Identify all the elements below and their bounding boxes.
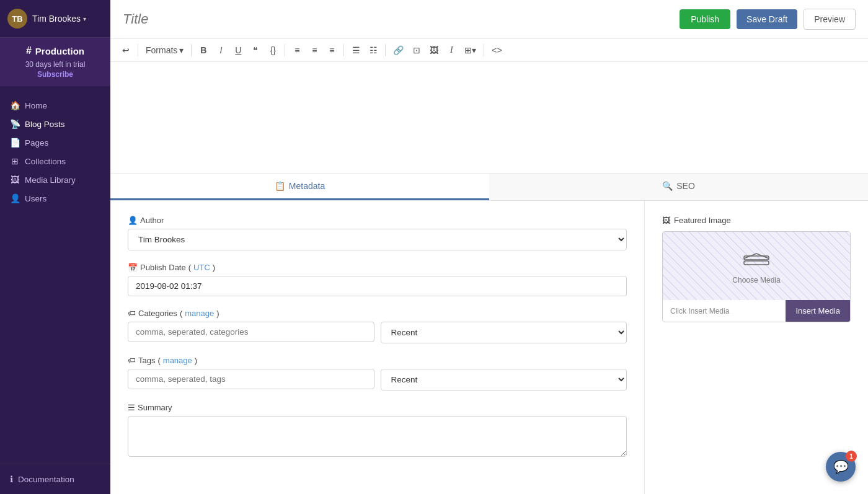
main-content: Publish Save Draft Preview ↩ Formats ▾ B… [110, 0, 868, 494]
summary-label: ☰ Summary [128, 403, 627, 412]
summary-icon: ☰ [128, 403, 135, 412]
sidebar-item-users[interactable]: 👤 Users [0, 189, 110, 208]
featured-image-icon: 🖼 [662, 216, 670, 225]
sidebar-item-label: Users [25, 194, 46, 203]
featured-image-panel: 🖼 Featured Image Choose Media [645, 201, 868, 494]
sidebar-item-collections[interactable]: ⊞ Collections [0, 152, 110, 170]
user-header[interactable]: TB Tim Brookes ▾ [0, 0, 110, 38]
author-label: 👤 Author [128, 216, 627, 225]
docs-section: ℹ Documentation [0, 464, 110, 494]
users-icon: 👤 [10, 193, 20, 203]
link-button[interactable]: 🔗 [389, 43, 407, 58]
page-icon: 📄 [10, 138, 20, 148]
align-left-button[interactable]: ≡ [289, 43, 305, 58]
user-dropdown-caret: ▾ [83, 15, 86, 22]
align-right-button[interactable]: ≡ [324, 43, 340, 58]
code-button[interactable]: {} [265, 43, 281, 58]
bold-button[interactable]: B [195, 43, 211, 58]
chat-icon: 💬 [833, 459, 849, 474]
metadata-icon: 📋 [275, 181, 285, 191]
documentation-link[interactable]: ℹ Documentation [10, 472, 100, 487]
preview-button[interactable]: Preview [804, 9, 856, 30]
tags-input[interactable] [128, 369, 374, 389]
choose-media-text: Choose Media [732, 276, 780, 284]
summary-input[interactable] [128, 416, 627, 457]
svg-rect-1 [744, 261, 769, 265]
blockquote-button[interactable]: ❝ [247, 43, 264, 58]
sidebar-item-label: Media Library [25, 175, 76, 185]
summary-field-group: ☰ Summary [128, 403, 627, 459]
sidebar-item-pages[interactable]: 📄 Pages [0, 133, 110, 152]
sidebar-item-home[interactable]: 🏠 Home [0, 96, 110, 115]
separator-4 [343, 44, 344, 56]
bullet-list-button[interactable]: ☰ [348, 43, 364, 58]
undo-button[interactable]: ↩ [118, 43, 134, 58]
formats-dropdown[interactable]: Formats ▾ [142, 43, 187, 58]
subscribe-link[interactable]: Subscribe [7, 70, 103, 79]
italic-button[interactable]: I [213, 43, 229, 58]
trial-text: 30 days left in trial [7, 60, 103, 69]
italic2-button[interactable]: I [443, 43, 459, 58]
tag2-icon: 🏷 [128, 356, 136, 365]
publish-button[interactable]: Publish [680, 9, 730, 29]
click-insert-text: Click Insert Media [663, 302, 786, 320]
categories-manage-link[interactable]: manage [185, 309, 214, 318]
separator-1 [138, 44, 138, 56]
nav-section: 🏠 Home 📡 Blog Posts 📄 Pages ⊞ Collection… [0, 86, 110, 464]
meta-content: 👤 Author Tim Brookes 📅 Publish Date (UTC… [110, 201, 868, 494]
table-dropdown-button[interactable]: ⊞▾ [461, 43, 480, 58]
categories-input[interactable] [128, 322, 374, 342]
media-icon: 🖼 [10, 175, 20, 185]
tags-row: Recent [128, 369, 627, 390]
editor-toolbar: ↩ Formats ▾ B I U ❝ {} ≡ ≡ ≡ ☰ ☷ 🔗 ⊡ 🖼 I… [110, 39, 868, 62]
insert-media-button[interactable]: Insert Media [786, 300, 850, 322]
tags-field-group: 🏷 Tags (manage) Recent [128, 356, 627, 390]
bottom-panel: 📋 Metadata 🔍 SEO 👤 Author Tim Broo [110, 174, 868, 494]
hash-icon: # [26, 45, 32, 56]
calendar-icon: 📅 [128, 263, 138, 272]
tags-label: 🏷 Tags (manage) [128, 356, 627, 365]
save-draft-button[interactable]: Save Draft [737, 9, 797, 29]
tags-manage-link[interactable]: manage [163, 356, 192, 365]
sidebar-item-blog-posts[interactable]: 📡 Blog Posts [0, 115, 110, 133]
home-icon: 🏠 [10, 100, 20, 110]
embed-button[interactable]: ⊡ [409, 43, 425, 58]
image-button[interactable]: 🖼 [426, 43, 442, 58]
title-bar: Publish Save Draft Preview [110, 0, 868, 39]
sidebar-item-media-library[interactable]: 🖼 Media Library [0, 170, 110, 189]
underline-button[interactable]: U [230, 43, 246, 58]
rss-icon: 📡 [10, 119, 20, 129]
image-footer: Click Insert Media Insert Media [663, 300, 850, 322]
docs-label: Documentation [18, 475, 74, 484]
formats-caret: ▾ [179, 45, 184, 55]
separator-5 [385, 44, 386, 56]
workspace-name: # Production [7, 45, 103, 56]
author-select[interactable]: Tim Brookes [128, 229, 627, 250]
avatar: TB [7, 9, 27, 29]
html-button[interactable]: <> [488, 43, 505, 58]
workspace-banner: # Production 30 days left in trial Subsc… [0, 38, 110, 86]
separator-2 [191, 44, 192, 56]
separator-3 [285, 44, 285, 56]
info-icon: ℹ [10, 474, 13, 484]
align-center-button[interactable]: ≡ [306, 43, 322, 58]
publish-date-input[interactable] [128, 276, 627, 296]
publish-date-label: 📅 Publish Date (UTC) [128, 263, 627, 272]
author-field-group: 👤 Author Tim Brookes [128, 216, 627, 250]
chat-bubble[interactable]: 💬 1 [826, 452, 856, 482]
formats-label: Formats [146, 45, 177, 55]
image-placeholder[interactable]: Choose Media [663, 232, 850, 300]
tab-metadata[interactable]: 📋 Metadata [110, 174, 489, 200]
utc-label[interactable]: UTC [193, 263, 210, 272]
sidebar-item-label: Home [25, 101, 47, 110]
tags-recent-select[interactable]: Recent [381, 369, 627, 390]
sidebar-item-label: Pages [25, 138, 48, 148]
tab-seo[interactable]: 🔍 SEO [489, 174, 868, 200]
seo-icon: 🔍 [662, 181, 673, 191]
editor-area: Publish Save Draft Preview ↩ Formats ▾ B… [110, 0, 868, 174]
numbered-list-button[interactable]: ☷ [365, 43, 381, 58]
editor-body[interactable] [110, 62, 868, 174]
metadata-form: 👤 Author Tim Brookes 📅 Publish Date (UTC… [110, 201, 645, 494]
categories-recent-select[interactable]: Recent [381, 322, 627, 343]
title-input[interactable] [123, 11, 673, 27]
